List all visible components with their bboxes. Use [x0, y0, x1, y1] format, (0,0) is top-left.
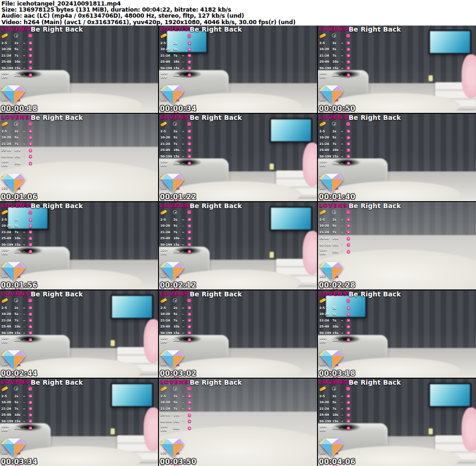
- tip-menu-tokens: 10-20: [160, 224, 173, 228]
- dash-icon: [182, 156, 184, 157]
- tip-menu-tokens: 21-24: [1, 142, 14, 146]
- tip-menu-duration: 2s: [332, 130, 341, 133]
- tip-menu-tokens: 10-20: [160, 312, 173, 316]
- tip-menu-tokens: 10-20: [1, 47, 14, 51]
- heart-tip-icon: [29, 250, 32, 253]
- tip-menu-tokens: 2-5: [319, 41, 332, 45]
- dash-icon: [341, 62, 343, 63]
- dash-icon: [182, 314, 184, 315]
- tip-menu-duration: 7s: [173, 54, 182, 58]
- tip-menu-tokens: 10-20: [319, 47, 332, 51]
- heart-tip-icon: [188, 427, 191, 430]
- toy-icon: [173, 33, 177, 38]
- heart-tip-icon: [29, 54, 32, 57]
- heart-tip-icon: [347, 401, 350, 404]
- video-thumbnail: LOVENSE Be Right Back 2-52s10-205s21-247…: [159, 379, 317, 466]
- video-thumbnail: LOVENSE Be Right Back 2-52s10-205s21-247…: [318, 379, 476, 466]
- tip-menu-row: 50-19915s: [319, 153, 350, 160]
- dash-icon: [341, 333, 343, 334]
- tip-menu-tokens: 10-20: [160, 400, 173, 404]
- lovense-logo: LOVENSE: [319, 379, 352, 385]
- heart-tip-icon: [29, 394, 32, 398]
- tip-menu-tokens: 25-49: [160, 236, 173, 240]
- tip-menu-row: 10-205s: [319, 46, 350, 53]
- diamond-icon: [319, 438, 345, 458]
- tip-menu-row: 2-52s: [319, 305, 350, 311]
- heart-tip-icon: [188, 420, 191, 423]
- tip-menu-duration: 2s: [173, 306, 182, 310]
- heart-tip-icon: [29, 73, 32, 77]
- tip-menu-row: 10-205s: [1, 135, 32, 141]
- tip-menu-tokens: 25-49: [160, 60, 173, 64]
- tip-menu-duration: 15s: [14, 243, 23, 247]
- heart-tip-icon: [29, 331, 32, 335]
- tip-menu-duration: 7s: [332, 142, 341, 146]
- tip-token-icon: [160, 33, 167, 39]
- tip-menu-tokens: 10-20: [319, 400, 332, 404]
- tip-menu-duration: 15s: [332, 155, 341, 158]
- dash-icon: [341, 226, 343, 227]
- tip-menu-row: 2-52s: [319, 217, 350, 223]
- dash-icon: [23, 43, 25, 44]
- scene-candle: [111, 340, 115, 346]
- dash-icon: [23, 421, 25, 422]
- tip-menu-row: 2-52s: [319, 128, 350, 135]
- tip-menu-tokens: 50-199: [1, 420, 14, 423]
- toy-icon: [14, 122, 18, 126]
- dash-icon: [23, 55, 25, 56]
- tip-menu-rows: 2-52s10-205s21-247s25-4910s50-19915s100-…: [1, 305, 32, 342]
- heart-tip-icon: [347, 162, 350, 165]
- heart-tip-icon: [347, 250, 350, 253]
- tip-menu-tokens: 2-5: [1, 306, 14, 310]
- dash-icon: [23, 327, 25, 328]
- heart-tip-icon: [188, 48, 191, 51]
- toy-icon: [14, 210, 18, 214]
- timestamp: 00:00:34: [160, 105, 197, 113]
- dash-icon: [182, 308, 184, 308]
- tip-menu-duration: 2s: [14, 41, 23, 45]
- tip-menu-duration: 10s: [332, 60, 341, 64]
- tip-menu-duration: 5s: [14, 400, 23, 404]
- tip-menu-tokens: 50-199: [160, 420, 173, 423]
- tip-menu-tokens: 50-199: [1, 155, 14, 158]
- lovense-logo: LOVENSE: [1, 203, 34, 209]
- tip-menu-rows: 2-52s10-205s21-247s25-4910s50-19915s100-…: [1, 217, 32, 254]
- heart-tip-icon: [188, 136, 191, 139]
- toy-icon: [173, 122, 177, 126]
- tip-menu-duration: 7s: [14, 319, 23, 322]
- tip-menu-rows: 2-52s10-205s21-247s25-4910s50-19915s100-…: [319, 40, 350, 78]
- tip-menu-duration: 5s: [14, 224, 23, 228]
- tip-menu-tokens: 2-5: [319, 306, 332, 310]
- tip-menu-row: 21-247s: [160, 406, 191, 412]
- scene-tv-screen: [429, 383, 471, 407]
- timestamp: 00:03:34: [1, 458, 38, 466]
- status-text: Be Right Back: [31, 290, 83, 298]
- timestamp: 00:01:06: [1, 193, 38, 201]
- tip-menu-row: 21-247s: [319, 229, 350, 236]
- dash-icon: [23, 226, 25, 227]
- tip-menu-duration: 10s: [14, 148, 23, 152]
- tip-token-icon: [319, 121, 326, 127]
- heart-tip-icon: [347, 319, 350, 322]
- toy-icon: [332, 298, 336, 302]
- dash-icon: [341, 156, 343, 157]
- tip-menu-row: 25-4910s: [319, 324, 350, 330]
- dash-icon: [23, 49, 25, 50]
- tip-menu-tokens: 100-199: [160, 425, 173, 432]
- dash-icon: [182, 333, 184, 334]
- dash-icon: [341, 150, 343, 151]
- dash-icon: [341, 238, 343, 239]
- tip-menu-row: 50-19915s: [319, 65, 350, 72]
- heart-tip-icon: [29, 427, 32, 430]
- video-thumbnail: LOVENSE Be Right Back 2-52s10-205s21-247…: [0, 290, 158, 378]
- tip-menu-rows: 2-52s10-205s21-247s25-4910s50-19915s100-…: [160, 305, 191, 342]
- heart-tip-icon: [347, 66, 350, 70]
- heart-tip-icon: [188, 306, 191, 309]
- heart-tip-icon: [347, 331, 350, 335]
- diamond-icon: [1, 438, 27, 458]
- toy-icon: [173, 210, 177, 214]
- diamond-icon: [1, 85, 27, 105]
- dash-icon: [182, 138, 184, 138]
- heart-tip-icon: [188, 407, 191, 410]
- tip-menu-tokens: 2-5: [160, 130, 173, 133]
